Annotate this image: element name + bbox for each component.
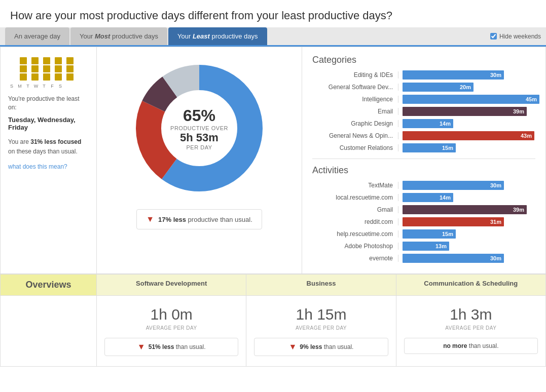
- overview-card-software: 1h 0m AVERAGE PER DAY ▼ 51% less than us…: [97, 296, 246, 366]
- bar-area: 30m: [403, 254, 535, 263]
- overview-col-software: Software Development: [97, 275, 246, 295]
- card-sublabel-business: AVERAGE PER DAY: [254, 325, 388, 331]
- tab-bar: An average day Your Most productive days…: [0, 27, 546, 47]
- what-does-this-mean-link[interactable]: what does this mean?: [8, 163, 67, 170]
- bar-label: reddit.com: [312, 218, 398, 225]
- activities-list: TextMate 30m local.rescuetime.com 14m Gm…: [312, 181, 535, 263]
- bar-row-general-sw: General Software Dev... 20m: [312, 83, 535, 92]
- bar-area: 14m: [403, 119, 535, 128]
- bar-label: Graphic Design: [312, 120, 398, 127]
- bar-area: 14m: [403, 193, 535, 202]
- bar-label: help.rescuetime.com: [312, 230, 398, 238]
- overview-spacer: [1, 296, 97, 366]
- bar-row-textmate: TextMate 30m: [312, 181, 535, 190]
- bar: 15m: [403, 143, 456, 152]
- bar-area: 13m: [403, 242, 535, 251]
- hide-weekends-control: Hide weekends: [490, 33, 541, 40]
- hide-weekends-label: Hide weekends: [499, 33, 541, 40]
- bar-area: 15m: [403, 229, 535, 239]
- donut-chart: 65% PRODUCTIVE OVER 5h 53m PER DAY: [128, 57, 270, 199]
- overview-card-row: 1h 0m AVERAGE PER DAY ▼ 51% less than us…: [97, 296, 545, 366]
- bar-area: 15m: [403, 143, 535, 152]
- bar-area: 20m: [403, 83, 535, 92]
- donut-label1: PRODUCTIVE OVER: [170, 125, 228, 131]
- card-time-software: 1h 0m: [104, 306, 238, 323]
- center-panel: 65% PRODUCTIVE OVER 5h 53m PER DAY ▼ 17%…: [97, 47, 302, 273]
- bar-row-reddit: reddit.com 31m: [312, 217, 535, 226]
- card-sublabel-software: AVERAGE PER DAY: [104, 325, 238, 331]
- bar: 31m: [403, 217, 504, 226]
- bar-row-gmail: Gmail 39m: [312, 205, 535, 214]
- bar-label: TextMate: [312, 182, 398, 189]
- bar-row-adobe-photoshop: Adobe Photoshop 13m: [312, 242, 535, 251]
- left-panel: S M T W T F S You're productive the leas…: [1, 47, 97, 273]
- bar: 13m: [403, 242, 449, 251]
- bar: 30m: [403, 254, 504, 263]
- card-time-communication: 1h 3m: [404, 306, 538, 323]
- bar-label: local.rescuetime.com: [312, 194, 398, 201]
- card-note-software: ▼ 51% less than usual.: [104, 338, 238, 356]
- bar-label: Customer Relations: [312, 144, 398, 151]
- productivity-note: ▼ 17% less productive than usual.: [136, 209, 262, 229]
- arrow-down-icon: ▼: [289, 342, 297, 351]
- bar-row-editing: Editing & IDEs 30m: [312, 70, 535, 80]
- bar-label: General Software Dev...: [312, 84, 398, 91]
- arrow-down-icon: ▼: [146, 215, 154, 224]
- overview-card-communication: 1h 3m AVERAGE PER DAY no more than usual…: [396, 296, 545, 366]
- productive-days: Tuesday, Wednesday, Friday: [8, 116, 89, 131]
- bar: 30m: [403, 181, 504, 190]
- bar-row-intelligence: Intelligence 45m: [312, 95, 535, 104]
- bar-area: 30m: [403, 181, 535, 190]
- day-labels: S M T W T F S: [8, 84, 89, 89]
- donut-percent: 65%: [170, 106, 228, 125]
- donut-label2: PER DAY: [170, 144, 228, 150]
- bar: 39m: [403, 107, 527, 116]
- calendar-icon: [8, 57, 89, 81]
- bar-row-customer-relations: Customer Relations 15m: [312, 143, 535, 152]
- bar-area: 39m: [403, 107, 535, 116]
- bar-area: 30m: [403, 70, 535, 80]
- card-note-communication: no more than usual.: [404, 338, 538, 354]
- bar: 14m: [403, 193, 453, 202]
- categories-list: Editing & IDEs 30m General Software Dev.…: [312, 70, 535, 152]
- bar-label: Adobe Photoshop: [312, 243, 398, 250]
- main-content: S M T W T F S You're productive the leas…: [0, 47, 546, 274]
- bar: 14m: [403, 119, 453, 128]
- donut-center: 65% PRODUCTIVE OVER 5h 53m PER DAY: [170, 106, 228, 150]
- bar-label: General News & Opin...: [312, 132, 398, 139]
- card-note-business: ▼ 9% less than usual.: [254, 338, 388, 356]
- tab-least[interactable]: Your Least productive days: [168, 27, 267, 45]
- bar: 20m: [403, 83, 474, 92]
- overview-col-communication: Communication & Scheduling: [396, 275, 545, 295]
- productive-least-text: You're productive the least on:: [8, 95, 89, 112]
- bar-row-evernote: evernote 30m: [312, 254, 535, 263]
- bar-label: Intelligence: [312, 96, 398, 103]
- bar-label: evernote: [312, 255, 398, 262]
- overviews-bar: Overviews Software Development Business …: [0, 274, 546, 296]
- bar-row-local-rescuetime: local.rescuetime.com 14m: [312, 193, 535, 202]
- tab-most[interactable]: Your Most productive days: [70, 27, 167, 45]
- page-title: How are your most productive days differ…: [0, 0, 546, 27]
- bar-row-email: Email 39m: [312, 107, 535, 116]
- categories-title: Categories: [312, 55, 535, 65]
- bar-row-general-news: General News & Opin... 43m: [312, 131, 535, 140]
- bar: 43m: [403, 131, 534, 140]
- right-panel: Categories Editing & IDEs 30m General So…: [302, 47, 545, 273]
- bar-label: Gmail: [312, 206, 398, 213]
- focused-text: You are 31% less focused on these days t…: [8, 137, 89, 156]
- bar-row-help-rescuetime: help.rescuetime.com 15m: [312, 229, 535, 239]
- bar: 39m: [403, 205, 527, 214]
- bar-label: Email: [312, 108, 398, 115]
- hide-weekends-checkbox[interactable]: [490, 33, 497, 40]
- overview-col-business: Business: [246, 275, 396, 295]
- bar-row-graphic-design: Graphic Design 14m: [312, 119, 535, 128]
- bar-area: 31m: [403, 217, 535, 226]
- bar: 45m: [403, 95, 539, 104]
- tab-avg[interactable]: An average day: [5, 27, 69, 45]
- bar-label: Editing & IDEs: [312, 71, 398, 79]
- overview-cards: 1h 0m AVERAGE PER DAY ▼ 51% less than us…: [0, 296, 546, 367]
- bar: 15m: [403, 229, 456, 239]
- bar-area: 43m: [403, 131, 535, 140]
- overviews-label: Overviews: [1, 275, 97, 295]
- overview-cols: Software Development Business Communicat…: [97, 275, 545, 295]
